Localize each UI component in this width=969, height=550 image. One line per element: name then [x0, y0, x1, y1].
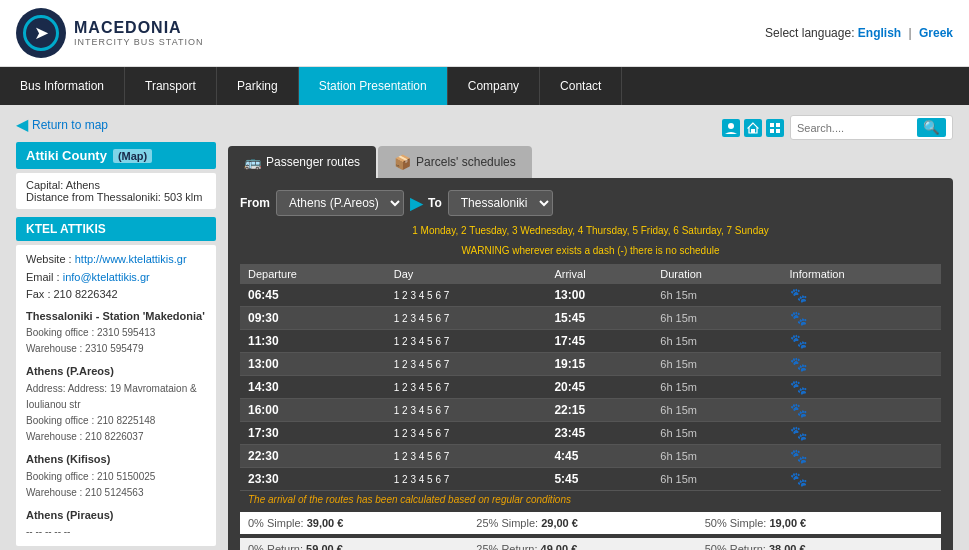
nav-contact[interactable]: Contact	[540, 67, 622, 105]
pet-icon: 🐾	[790, 287, 807, 303]
home-icon[interactable]	[744, 119, 762, 137]
athens-kifisos: Athens (Kifisos)	[26, 451, 206, 469]
station-name: Thessaloniki - Station 'Makedonia'	[26, 308, 206, 326]
label-25-simple: 25% Simple:	[476, 517, 538, 529]
search-box: 🔍	[790, 115, 953, 140]
table-row: 06:45 1 2 3 4 5 6 7 13:00 6h 15m 🐾	[240, 284, 941, 307]
from-select[interactable]: Athens (P.Areos)	[276, 190, 404, 216]
label-0-return: 0% Return:	[248, 543, 303, 550]
days-cell: 1 2 3 4 5 6 7	[386, 399, 547, 422]
nav-parking[interactable]: Parking	[217, 67, 299, 105]
arrival-cell: 17:45	[546, 330, 652, 353]
svg-rect-4	[776, 123, 780, 127]
fax-row: Fax : 210 8226342	[26, 286, 206, 304]
days-cell: 1 2 3 4 5 6 7	[386, 422, 547, 445]
county-title: Attiki County (Map)	[26, 148, 206, 163]
user-icon[interactable]	[722, 119, 740, 137]
search-button[interactable]: 🔍	[917, 118, 946, 137]
lang-greek[interactable]: Greek	[919, 26, 953, 40]
table-header-row: Departure Day Arrival Duration Informati…	[240, 264, 941, 284]
back-to-map-link[interactable]: ◀ Return to map	[16, 115, 216, 134]
tab-passenger-routes[interactable]: 🚌 Passenger routes	[228, 146, 376, 178]
header: ➤ MACEDONIA INTERCITY BUS STATION Select…	[0, 0, 969, 67]
tab-parcels-schedules[interactable]: 📦 Parcels' schedules	[378, 146, 532, 178]
county-distance: Distance from Thessaloniki: 503 klm	[26, 191, 206, 203]
info-cell: 🐾	[782, 468, 941, 491]
price-25-return: 25% Return: 49,00 €	[476, 543, 704, 550]
athens-piraeus: Athens (Piraeus)	[26, 507, 206, 525]
duration-cell: 6h 15m	[652, 376, 781, 399]
val-25-return: 49,00 €	[541, 543, 578, 550]
info-cell: 🐾	[782, 330, 941, 353]
nav-station-presentation[interactable]: Station Presentation	[299, 67, 448, 105]
label-0-simple: 0% Simple:	[248, 517, 304, 529]
info-cell: 🐾	[782, 376, 941, 399]
county-info: Capital: Athens Distance from Thessaloni…	[16, 173, 216, 209]
val-0-return: 59,00 €	[306, 543, 343, 550]
price-0-simple: 0% Simple: 39,00 €	[248, 517, 476, 529]
val-0-simple: 39,00 €	[307, 517, 344, 529]
nav-company[interactable]: Company	[448, 67, 540, 105]
arrival-cell: 20:45	[546, 376, 652, 399]
to-select[interactable]: Thessaloniki	[448, 190, 553, 216]
warehouse-areos: Warehouse : 210 8226037	[26, 429, 206, 445]
price-row-2: 0% Return: 59,00 € 25% Return: 49,00 € 5…	[240, 538, 941, 550]
sidebar: ◀ Return to map Attiki County (Map) Capi…	[16, 115, 216, 550]
address-areos: Address: Address: 19 Mavromataion & Ioul…	[26, 381, 206, 413]
info-cell: 🐾	[782, 422, 941, 445]
athens-areos: Athens (P.Areos)	[26, 363, 206, 381]
info-cell: 🐾	[782, 353, 941, 376]
warning-dash: WARNING wherever exists a dash (-) there…	[240, 244, 941, 258]
warehouse-1: Warehouse : 2310 595479	[26, 341, 206, 357]
warehouse-kifisos: Warehouse : 210 5124563	[26, 485, 206, 501]
val-25-simple: 29,00 €	[541, 517, 578, 529]
price-25-simple: 25% Simple: 29,00 €	[476, 517, 704, 529]
val-50-simple: 19,00 €	[769, 517, 806, 529]
svg-rect-6	[776, 129, 780, 133]
pet-icon: 🐾	[790, 448, 807, 464]
col-information: Information	[782, 264, 941, 284]
table-row: 17:30 1 2 3 4 5 6 7 23:45 6h 15m 🐾	[240, 422, 941, 445]
departure-cell: 17:30	[240, 422, 386, 445]
website-link[interactable]: http://www.ktelattikis.gr	[75, 253, 187, 265]
county-map-link[interactable]: (Map)	[113, 149, 152, 163]
to-label: To	[428, 196, 442, 210]
tab-parcels-label: Parcels' schedules	[416, 155, 516, 169]
departure-cell: 22:30	[240, 445, 386, 468]
table-row: 09:30 1 2 3 4 5 6 7 15:45 6h 15m 🐾	[240, 307, 941, 330]
main-content: ◀ Return to map Attiki County (Map) Capi…	[0, 105, 969, 550]
tab-passenger-label: Passenger routes	[266, 155, 360, 169]
grid-icon[interactable]	[766, 119, 784, 137]
pet-icon: 🐾	[790, 333, 807, 349]
svg-rect-2	[751, 129, 755, 133]
svg-rect-3	[770, 123, 774, 127]
table-row: 14:30 1 2 3 4 5 6 7 20:45 6h 15m 🐾	[240, 376, 941, 399]
search-input[interactable]	[797, 122, 917, 134]
lang-label: Select language:	[765, 26, 854, 40]
duration-cell: 6h 15m	[652, 353, 781, 376]
departure-cell: 11:30	[240, 330, 386, 353]
days-cell: 1 2 3 4 5 6 7	[386, 353, 547, 376]
email-link[interactable]: info@ktelattikis.gr	[63, 271, 150, 283]
schedule-table: Departure Day Arrival Duration Informati…	[240, 264, 941, 491]
logo-area: ➤ MACEDONIA INTERCITY BUS STATION	[16, 8, 204, 58]
nav-bus-information[interactable]: Bus Information	[0, 67, 125, 105]
label-25-return: 25% Return:	[476, 543, 537, 550]
nav-transport[interactable]: Transport	[125, 67, 217, 105]
arrival-cell: 23:45	[546, 422, 652, 445]
duration-cell: 6h 15m	[652, 445, 781, 468]
days-cell: 1 2 3 4 5 6 7	[386, 468, 547, 491]
county-name: Attiki County	[26, 148, 107, 163]
duration-cell: 6h 15m	[652, 399, 781, 422]
email-row: Email : info@ktelattikis.gr	[26, 269, 206, 287]
table-row: 13:00 1 2 3 4 5 6 7 19:15 6h 15m 🐾	[240, 353, 941, 376]
lang-separator: |	[909, 26, 912, 40]
route-arrow-icon: ▶	[410, 194, 422, 213]
piraeus-detail: -- -- -- -- --	[26, 524, 206, 540]
departure-cell: 06:45	[240, 284, 386, 307]
pet-icon: 🐾	[790, 310, 807, 326]
lang-english[interactable]: English	[858, 26, 901, 40]
days-cell: 1 2 3 4 5 6 7	[386, 445, 547, 468]
county-box: Attiki County (Map)	[16, 142, 216, 169]
arrival-cell: 22:15	[546, 399, 652, 422]
